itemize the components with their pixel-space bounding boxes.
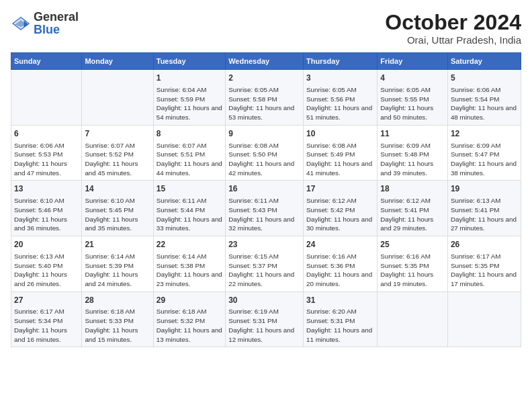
calendar-cell: 7Sunrise: 6:07 AM Sunset: 5:52 PM Daylig…: [82, 125, 153, 181]
day-number: 7: [85, 128, 150, 140]
day-number: 16: [228, 183, 300, 195]
calendar-body: 1Sunrise: 6:04 AM Sunset: 5:59 PM Daylig…: [11, 70, 521, 347]
calendar-cell: 3Sunrise: 6:05 AM Sunset: 5:56 PM Daylig…: [304, 70, 378, 126]
day-info: Sunrise: 6:16 AM Sunset: 5:35 PM Dayligh…: [380, 252, 445, 289]
day-info: Sunrise: 6:16 AM Sunset: 5:36 PM Dayligh…: [306, 252, 374, 289]
day-info: Sunrise: 6:07 AM Sunset: 5:51 PM Dayligh…: [157, 141, 222, 178]
day-info: Sunrise: 6:08 AM Sunset: 5:49 PM Dayligh…: [306, 141, 374, 178]
day-info: Sunrise: 6:04 AM Sunset: 5:59 PM Dayligh…: [157, 85, 222, 122]
day-number: 5: [451, 73, 518, 84]
calendar-cell: 16Sunrise: 6:11 AM Sunset: 5:43 PM Dayli…: [226, 181, 304, 236]
calendar-cell: 26Sunrise: 6:17 AM Sunset: 5:35 PM Dayli…: [447, 236, 521, 292]
logo-general-text: General Blue: [34, 11, 79, 36]
weekday-header: Thursday: [304, 53, 378, 70]
day-number: 1: [157, 73, 222, 84]
day-number: 4: [380, 73, 445, 84]
day-info: Sunrise: 6:05 AM Sunset: 5:56 PM Dayligh…: [306, 85, 374, 122]
logo-icon: [11, 13, 31, 34]
day-number: 28: [85, 295, 150, 306]
calendar-cell: 13Sunrise: 6:10 AM Sunset: 5:46 PM Dayli…: [11, 181, 82, 236]
calendar-week-row: 20Sunrise: 6:13 AM Sunset: 5:40 PM Dayli…: [11, 236, 521, 292]
calendar-cell: 10Sunrise: 6:08 AM Sunset: 5:49 PM Dayli…: [304, 125, 378, 181]
calendar-header: SundayMondayTuesdayWednesdayThursdayFrid…: [11, 53, 521, 70]
day-info: Sunrise: 6:07 AM Sunset: 5:52 PM Dayligh…: [85, 141, 150, 178]
calendar-cell: 2Sunrise: 6:05 AM Sunset: 5:58 PM Daylig…: [226, 70, 304, 126]
day-info: Sunrise: 6:11 AM Sunset: 5:44 PM Dayligh…: [157, 196, 222, 233]
day-info: Sunrise: 6:10 AM Sunset: 5:45 PM Dayligh…: [85, 196, 150, 233]
day-info: Sunrise: 6:18 AM Sunset: 5:32 PM Dayligh…: [157, 307, 222, 344]
day-info: Sunrise: 6:12 AM Sunset: 5:41 PM Dayligh…: [380, 196, 445, 233]
day-info: Sunrise: 6:09 AM Sunset: 5:47 PM Dayligh…: [451, 141, 518, 178]
day-info: Sunrise: 6:12 AM Sunset: 5:42 PM Dayligh…: [306, 196, 374, 233]
weekday-header: Monday: [82, 53, 153, 70]
day-info: Sunrise: 6:05 AM Sunset: 5:55 PM Dayligh…: [380, 85, 445, 122]
calendar-week-row: 1Sunrise: 6:04 AM Sunset: 5:59 PM Daylig…: [11, 70, 521, 126]
day-number: 26: [451, 239, 518, 250]
calendar-cell: [82, 70, 153, 126]
calendar-cell: 21Sunrise: 6:14 AM Sunset: 5:39 PM Dayli…: [82, 236, 153, 292]
day-number: 17: [306, 183, 374, 195]
calendar-cell: 11Sunrise: 6:09 AM Sunset: 5:48 PM Dayli…: [378, 125, 448, 181]
calendar-cell: 12Sunrise: 6:09 AM Sunset: 5:47 PM Dayli…: [447, 125, 521, 181]
day-number: 30: [228, 295, 300, 306]
day-info: Sunrise: 6:17 AM Sunset: 5:34 PM Dayligh…: [14, 307, 79, 344]
title-block: October 2024 Orai, Uttar Pradesh, India: [385, 11, 521, 46]
calendar-cell: 19Sunrise: 6:13 AM Sunset: 5:41 PM Dayli…: [447, 181, 521, 236]
calendar-week-row: 6Sunrise: 6:06 AM Sunset: 5:53 PM Daylig…: [11, 125, 521, 181]
page-subtitle: Orai, Uttar Pradesh, India: [385, 34, 521, 46]
day-info: Sunrise: 6:15 AM Sunset: 5:37 PM Dayligh…: [228, 252, 300, 289]
day-number: 15: [157, 183, 222, 195]
calendar-cell: 15Sunrise: 6:11 AM Sunset: 5:44 PM Dayli…: [153, 181, 225, 236]
day-number: 24: [306, 239, 374, 250]
day-info: Sunrise: 6:09 AM Sunset: 5:48 PM Dayligh…: [380, 141, 445, 178]
day-number: 12: [451, 128, 518, 140]
calendar-cell: 27Sunrise: 6:17 AM Sunset: 5:34 PM Dayli…: [11, 291, 82, 347]
weekday-header: Saturday: [447, 53, 521, 70]
day-number: 31: [306, 295, 374, 306]
day-number: 18: [380, 183, 445, 195]
calendar-cell: 31Sunrise: 6:20 AM Sunset: 5:31 PM Dayli…: [304, 291, 378, 347]
day-number: 13: [14, 183, 79, 195]
day-number: 22: [157, 239, 222, 250]
weekday-header: Friday: [378, 53, 448, 70]
day-number: 3: [306, 73, 374, 84]
day-number: 25: [380, 239, 445, 250]
calendar-cell: 23Sunrise: 6:15 AM Sunset: 5:37 PM Dayli…: [226, 236, 304, 292]
day-number: 21: [85, 239, 150, 250]
day-info: Sunrise: 6:20 AM Sunset: 5:31 PM Dayligh…: [306, 307, 374, 344]
day-number: 29: [157, 295, 222, 306]
day-info: Sunrise: 6:14 AM Sunset: 5:38 PM Dayligh…: [157, 252, 222, 289]
day-number: 9: [228, 128, 300, 140]
logo: General Blue: [11, 11, 79, 36]
calendar-cell: 24Sunrise: 6:16 AM Sunset: 5:36 PM Dayli…: [304, 236, 378, 292]
day-number: 11: [380, 128, 445, 140]
day-number: 20: [14, 239, 79, 250]
day-info: Sunrise: 6:06 AM Sunset: 5:53 PM Dayligh…: [14, 141, 79, 178]
calendar-cell: 6Sunrise: 6:06 AM Sunset: 5:53 PM Daylig…: [11, 125, 82, 181]
day-number: 27: [14, 295, 79, 306]
day-number: 19: [451, 183, 518, 195]
day-info: Sunrise: 6:05 AM Sunset: 5:58 PM Dayligh…: [228, 85, 300, 122]
day-number: 8: [157, 128, 222, 140]
day-info: Sunrise: 6:11 AM Sunset: 5:43 PM Dayligh…: [228, 196, 300, 233]
calendar-cell: [11, 70, 82, 126]
calendar-cell: 29Sunrise: 6:18 AM Sunset: 5:32 PM Dayli…: [153, 291, 225, 347]
day-info: Sunrise: 6:08 AM Sunset: 5:50 PM Dayligh…: [228, 141, 300, 178]
calendar-cell: [447, 291, 521, 347]
day-number: 2: [228, 73, 300, 84]
calendar-week-row: 27Sunrise: 6:17 AM Sunset: 5:34 PM Dayli…: [11, 291, 521, 347]
weekday-header: Sunday: [11, 53, 82, 70]
weekday-header: Tuesday: [153, 53, 225, 70]
day-info: Sunrise: 6:13 AM Sunset: 5:40 PM Dayligh…: [14, 252, 79, 289]
day-number: 6: [14, 128, 79, 140]
calendar-cell: 4Sunrise: 6:05 AM Sunset: 5:55 PM Daylig…: [378, 70, 448, 126]
day-number: 23: [228, 239, 300, 250]
day-info: Sunrise: 6:17 AM Sunset: 5:35 PM Dayligh…: [451, 252, 518, 289]
calendar-cell: 8Sunrise: 6:07 AM Sunset: 5:51 PM Daylig…: [153, 125, 225, 181]
weekday-header: Wednesday: [226, 53, 304, 70]
day-number: 14: [85, 183, 150, 195]
day-info: Sunrise: 6:14 AM Sunset: 5:39 PM Dayligh…: [85, 252, 150, 289]
calendar-table: SundayMondayTuesdayWednesdayThursdayFrid…: [11, 52, 521, 347]
day-info: Sunrise: 6:06 AM Sunset: 5:54 PM Dayligh…: [451, 85, 518, 122]
day-info: Sunrise: 6:13 AM Sunset: 5:41 PM Dayligh…: [451, 196, 518, 233]
